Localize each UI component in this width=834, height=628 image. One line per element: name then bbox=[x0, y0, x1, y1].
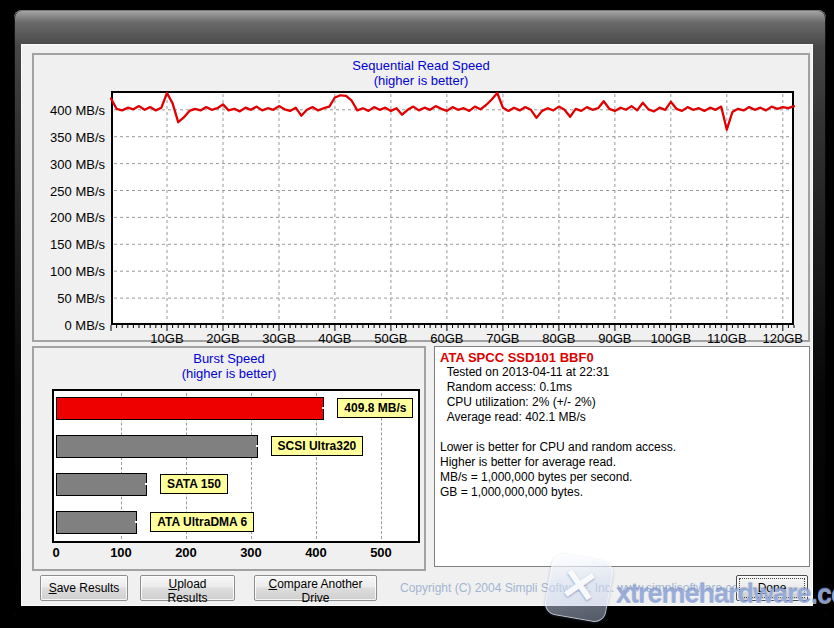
burst-bar bbox=[56, 435, 258, 458]
drive-info-lines: Tested on 2013-04-11 at 22:31 Random acc… bbox=[440, 365, 804, 500]
burst-bar-label: ATA UltraDMA 6 bbox=[150, 512, 254, 532]
seq-y-tick-label: 200 MB/s bbox=[36, 210, 105, 225]
seq-x-tick-label: 40GB bbox=[307, 331, 363, 346]
seq-x-tick-label: 100GB bbox=[643, 331, 699, 346]
burst-bar bbox=[56, 397, 324, 420]
done-key: D bbox=[758, 581, 767, 595]
burst-x-tick-label: 300 bbox=[229, 545, 273, 560]
drive-name: ATA SPCC SSD101 BBF0 bbox=[440, 350, 804, 365]
seq-x-tick-label: 120GB bbox=[755, 331, 811, 346]
seq-y-tick-label: 150 MB/s bbox=[36, 237, 105, 252]
save-key: S bbox=[49, 581, 57, 595]
save-rest: ave Results bbox=[57, 581, 120, 595]
done-rest: one bbox=[766, 581, 786, 595]
info-line: Lower is better for CPU and random acces… bbox=[440, 440, 804, 455]
info-line: Random access: 0.1ms bbox=[440, 380, 804, 395]
upload-results-button[interactable]: Upload Results bbox=[140, 575, 235, 601]
seq-x-tick-label: 60GB bbox=[419, 331, 475, 346]
client-area: Sequential Read Speed (higher is better)… bbox=[21, 44, 813, 606]
info-line: CPU utilization: 2% (+/- 2%) bbox=[440, 395, 804, 410]
burst-bar bbox=[56, 473, 147, 496]
sequential-read-chart: Sequential Read Speed (higher is better)… bbox=[32, 53, 810, 342]
seq-y-tick-label: 50 MB/s bbox=[36, 291, 105, 306]
done-button[interactable]: Done bbox=[736, 575, 808, 601]
burst-speed-chart: Burst Speed (higher is better) 409.8 MB/… bbox=[32, 346, 426, 571]
info-line: Average read: 402.1 MB/s bbox=[440, 410, 804, 425]
burst-x-tick-label: 200 bbox=[164, 545, 208, 560]
seq-y-tick-label: 300 MB/s bbox=[36, 157, 105, 172]
seq-y-tick-label: 400 MB/s bbox=[36, 103, 105, 118]
info-line: MB/s = 1,000,000 bytes per second. bbox=[440, 470, 804, 485]
save-results-button[interactable]: Save Results bbox=[40, 575, 128, 601]
seq-y-tick-label: 0 MB/s bbox=[36, 318, 105, 333]
burst-chart-subtitle: (higher is better) bbox=[34, 366, 424, 381]
compare-rest: ompare Another Drive bbox=[277, 577, 362, 605]
seq-x-tick-label: 20GB bbox=[195, 331, 251, 346]
bar-label-connector bbox=[256, 445, 271, 447]
upload-key: U bbox=[168, 577, 177, 591]
seq-y-tick-label: 100 MB/s bbox=[36, 264, 105, 279]
burst-bar bbox=[56, 511, 137, 534]
seq-chart-title: Sequential Read Speed bbox=[34, 58, 808, 73]
info-line bbox=[440, 425, 804, 440]
info-line: GB = 1,000,000,000 bytes. bbox=[440, 485, 804, 500]
compare-key: C bbox=[268, 577, 277, 591]
compare-another-drive-button[interactable]: Compare Another Drive bbox=[254, 575, 377, 601]
seq-y-tick-label: 350 MB/s bbox=[36, 130, 105, 145]
seq-x-tick-label: 10GB bbox=[139, 331, 195, 346]
seq-x-axis: 10GB20GB30GB40GB50GB60GB70GB80GB90GB100G… bbox=[111, 331, 794, 347]
seq-x-tick-label: 90GB bbox=[587, 331, 643, 346]
seq-plot-svg bbox=[111, 91, 794, 333]
seq-y-tick-label: 250 MB/s bbox=[36, 184, 105, 199]
bar-label-connector bbox=[322, 407, 337, 409]
burst-x-tick-label: 400 bbox=[294, 545, 338, 560]
burst-x-tick-label: 500 bbox=[359, 545, 403, 560]
info-line: Higher is better for average read. bbox=[440, 455, 804, 470]
burst-bar-label: SCSI Ultra320 bbox=[271, 436, 364, 456]
plot-area bbox=[112, 92, 793, 324]
seq-x-tick-label: 70GB bbox=[475, 331, 531, 346]
seq-x-tick-label: 50GB bbox=[363, 331, 419, 346]
bar-label-connector bbox=[145, 483, 160, 485]
seq-chart-subtitle: (higher is better) bbox=[34, 73, 808, 88]
burst-x-tick-label: 100 bbox=[99, 545, 143, 560]
seq-x-tick-label: 110GB bbox=[699, 331, 755, 346]
seq-y-axis: 0 MB/s50 MB/s100 MB/s150 MB/s200 MB/s250… bbox=[36, 91, 105, 325]
bar-label-connector bbox=[135, 521, 150, 523]
burst-bar-label: 409.8 MB/s bbox=[337, 398, 413, 418]
burst-x-tick-label: 0 bbox=[34, 545, 78, 560]
burst-x-axis: 0100200300400500 bbox=[52, 545, 420, 561]
burst-chart-title: Burst Speed bbox=[34, 351, 424, 366]
title-bar[interactable]: HD Tach version 3.0.4.0 - For non-commer… bbox=[14, 12, 826, 42]
drive-info-panel: ATA SPCC SSD101 BBF0 Tested on 2013-04-1… bbox=[434, 346, 810, 567]
app-window: HD Tach version 3.0.4.0 - For non-commer… bbox=[14, 10, 826, 619]
info-line: Tested on 2013-04-11 at 22:31 bbox=[440, 365, 804, 380]
burst-bar-label: SATA 150 bbox=[160, 474, 228, 494]
copyright-text: Copyright (C) 2004 Simpli Software, Inc.… bbox=[400, 581, 748, 595]
seq-x-tick-label: 30GB bbox=[251, 331, 307, 346]
burst-plot: 409.8 MB/sSCSI Ultra320SATA 150ATA Ultra… bbox=[52, 389, 420, 543]
seq-x-tick-label: 80GB bbox=[531, 331, 587, 346]
